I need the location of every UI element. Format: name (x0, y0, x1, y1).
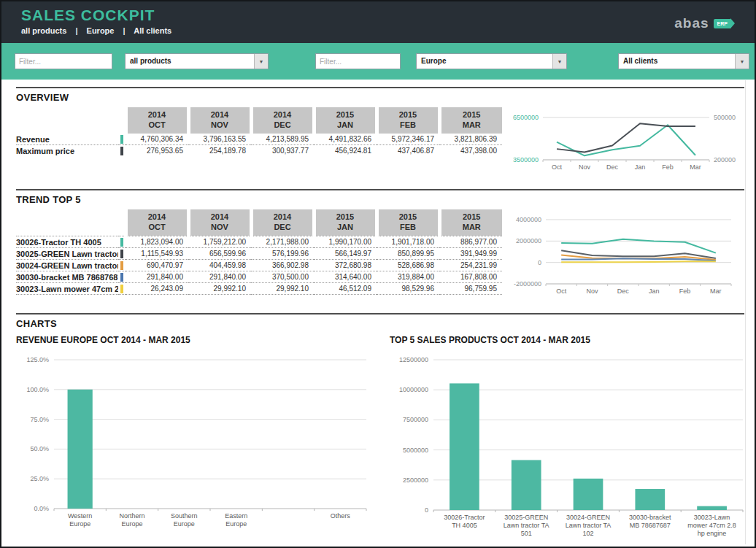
column-header: 2015JAN (314, 209, 377, 236)
value-cell: 96,759.95 (439, 282, 502, 294)
top5-products-bar-chart: 0250000050000007500000100000001250000030… (390, 352, 747, 544)
value-cell: 314,640.00 (314, 271, 377, 282)
axis-label: Nov (579, 163, 591, 171)
region-select[interactable]: Europe ▼ (416, 53, 567, 69)
axis-label: 30025-GREEN (504, 514, 548, 521)
value-cell: 404,459.98 (188, 259, 251, 271)
table-row: 30030-bracket MB 78687687291,840.00291,8… (16, 271, 502, 282)
abas-logo-text: abas (674, 15, 709, 31)
bar (635, 489, 665, 510)
value-cell: 98,529.96 (377, 282, 439, 294)
trend_spark-svg: 400000020000000-2000000OctNovDecJanFebMa… (508, 211, 741, 303)
value-cell: 4,760,306.34 (126, 134, 188, 145)
axis-label: 0 (425, 506, 428, 514)
value-cell: 254,189.78 (188, 144, 251, 156)
axis-label: 2000000 (516, 237, 541, 244)
axis-label: Europe (69, 520, 90, 528)
series-marker (120, 250, 123, 258)
value-cell: 1,901,718.00 (377, 236, 439, 247)
revenue-europe-chart-block: REVENUE EUROPE OCT 2014 - MAR 2015 0.0%2… (16, 333, 371, 544)
axis-label: Europe (174, 520, 195, 528)
value-cell: 528,686.98 (377, 259, 439, 271)
axis-label: 125.0% (26, 356, 49, 363)
bar (450, 383, 479, 510)
value-cell: 254,231.99 (439, 259, 502, 271)
value-cell: 167,808.00 (439, 271, 502, 282)
row-label: 30030-bracket MB 78687687 (16, 271, 118, 282)
value-cell: 319,884.00 (377, 271, 439, 282)
value-cell: 300,937.77 (251, 144, 314, 156)
bar (68, 390, 93, 509)
axis-label: 6500000 (513, 114, 539, 121)
axis-label: 12500000 (399, 356, 428, 363)
value-cell: 886,977.00 (439, 236, 502, 247)
trend-table: 2014OCT2014NOV2014DEC2015JAN2015FEB2015M… (16, 209, 502, 295)
value-cell: 2,171,988.00 (251, 236, 314, 247)
value-cell: 456,924.81 (314, 144, 377, 156)
overview-line-chart: 65000003500000500000200000OctNovDecJanFe… (508, 109, 741, 177)
revenue-europe-chart-title: REVENUE EUROPE OCT 2014 - MAR 2015 (16, 335, 371, 345)
axis-label: 50.0% (30, 445, 49, 452)
value-cell: 1,759,212.00 (188, 236, 251, 247)
revenue-europe-bar-chart: 0.0%25.0%50.0%75.0%100.0%125.0%WesternEu… (16, 352, 371, 536)
abas-logo: abas ERP (674, 15, 731, 31)
section-divider (16, 87, 744, 88)
trend-section-title: TREND TOP 5 (16, 194, 744, 205)
axis-label: Lawn tractor TA (504, 522, 549, 529)
breadcrumb-clients: All clients (134, 26, 171, 35)
filter-bar: all products ▼ Europe ▼ All clients ▼ (1, 43, 755, 80)
overview_spark-svg: 65000003500000500000200000OctNovDecJanFe… (508, 109, 741, 177)
axis-label: 0.0% (34, 505, 49, 512)
line-series (561, 261, 716, 262)
column-header: 2014NOV (188, 107, 251, 134)
axis-label: 5000000 (403, 447, 428, 454)
axis-label: 7500000 (403, 416, 428, 423)
column-header: 2015FEB (377, 209, 439, 236)
value-cell: 4,491,832.66 (314, 134, 377, 145)
value-cell: 437,398.00 (439, 144, 502, 156)
page-title: SALES COCKPIT (21, 7, 755, 24)
axis-label: 25.0% (30, 475, 49, 482)
axis-label: Europe (225, 520, 247, 528)
axis-label: 2500000 (403, 476, 428, 484)
value-cell: 1,990,170.00 (314, 236, 377, 247)
value-cell: 26,243.09 (126, 282, 188, 294)
value-cell: 5,972,346.17 (377, 134, 439, 145)
axis-label: Mar (690, 163, 701, 171)
column-header: 2015FEB (377, 107, 439, 134)
row-label: Revenue (16, 134, 118, 145)
product-select[interactable]: all products ▼ (125, 53, 269, 69)
value-cell: 366,902.98 (251, 259, 314, 271)
section-divider (16, 189, 744, 190)
series-marker (120, 238, 123, 247)
row-label: 30025-GREEN Lawn tractor TA 501 (16, 247, 118, 259)
column-header: 2014OCT (126, 209, 188, 236)
axis-label: Feb (662, 163, 674, 171)
value-cell: 576,199.96 (251, 247, 314, 259)
column-header: 2014DEC (251, 209, 314, 236)
client-select[interactable]: All clients ▼ (618, 53, 749, 69)
series-marker (120, 147, 123, 155)
region-filter-input[interactable] (315, 53, 401, 69)
value-cell: 391,949.99 (439, 247, 502, 259)
bar (574, 479, 603, 510)
axis-label: Others (331, 512, 351, 520)
product-filter-input[interactable] (15, 53, 112, 69)
axis-label: Nov (586, 287, 598, 295)
sales-cockpit-window: SALES COCKPIT all products | Europe | Al… (0, 0, 756, 548)
axis-label: 30024-GREEN (566, 514, 610, 521)
axis-label: Oct (552, 163, 563, 171)
overview-table-container: 2014OCT2014NOV2014DEC2015JAN2015FEB2015M… (16, 107, 502, 156)
value-cell: 4,213,589.95 (251, 134, 314, 145)
breadcrumb-separator: | (123, 26, 126, 35)
value-cell: 291,840.00 (188, 271, 251, 282)
overview-table: 2014OCT2014NOV2014DEC2015JAN2015FEB2015M… (16, 107, 502, 156)
series-marker (120, 135, 123, 144)
axis-label: Western (68, 512, 92, 520)
series-marker (120, 261, 123, 270)
trend-top5-section: TREND TOP 5 2014OCT2014NOV2014DEC2015JAN… (16, 189, 744, 303)
app-header: SALES COCKPIT all products | Europe | Al… (1, 1, 755, 43)
value-cell: 437,406.87 (377, 144, 439, 156)
scrollbar-track[interactable] (745, 80, 746, 544)
axis-label: Mar (710, 287, 722, 295)
